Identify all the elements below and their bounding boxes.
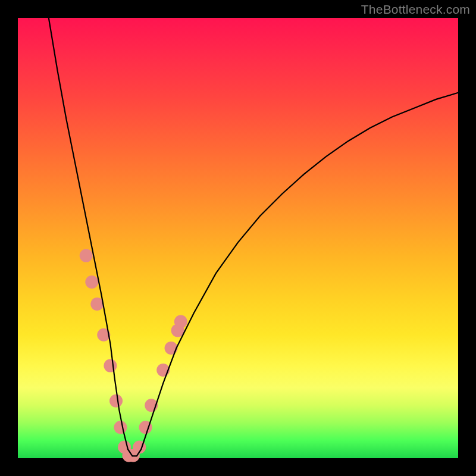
marker-dot (85, 275, 98, 289)
marker-dot (104, 359, 117, 372)
plot-area (18, 18, 458, 458)
marker-dot (80, 249, 93, 262)
marker-dot (114, 421, 127, 434)
watermark-text: TheBottleneck.com (361, 2, 470, 17)
marker-dot (109, 394, 123, 408)
chart-svg (18, 18, 458, 458)
marker-dot (165, 342, 178, 355)
bottleneck-curve (49, 18, 458, 456)
marker-dot (174, 315, 187, 328)
chart-frame: TheBottleneck.com (0, 0, 476, 476)
markers-group (80, 249, 187, 462)
